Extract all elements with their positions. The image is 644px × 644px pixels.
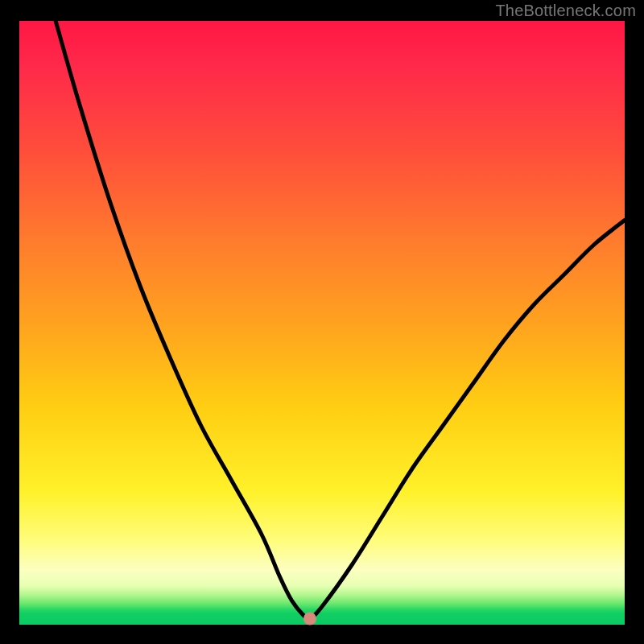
curve-svg	[19, 21, 625, 625]
plot-area	[19, 21, 625, 625]
optimum-marker	[303, 613, 316, 625]
watermark-text: TheBottleneck.com	[495, 2, 636, 20]
chart-frame: TheBottleneck.com	[0, 0, 644, 644]
bottleneck-curve	[56, 21, 625, 619]
